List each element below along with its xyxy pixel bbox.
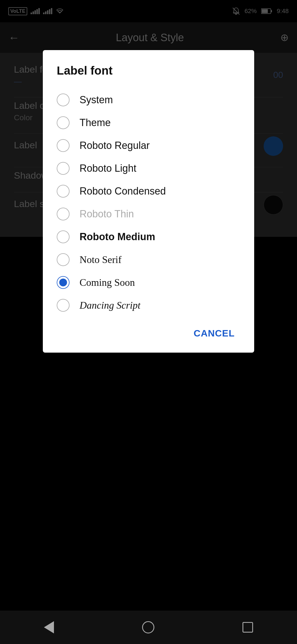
bottom-nav: [0, 611, 297, 644]
home-circle-icon: [142, 621, 154, 633]
radio-theme[interactable]: [57, 116, 70, 129]
list-item[interactable]: Roboto Medium: [57, 225, 240, 248]
font-label-noto-serif: Noto Serif: [80, 254, 122, 266]
radio-roboto-condensed[interactable]: [57, 185, 70, 198]
radio-roboto-regular[interactable]: [57, 139, 70, 152]
font-label-theme: Theme: [80, 117, 111, 129]
list-item[interactable]: Noto Serif: [57, 248, 240, 271]
radio-coming-soon[interactable]: [57, 276, 70, 289]
radio-system[interactable]: [57, 94, 70, 106]
font-label-roboto-regular: Roboto Regular: [80, 140, 150, 151]
dialog-title: Label font: [57, 64, 240, 77]
list-item[interactable]: Roboto Regular: [57, 134, 240, 157]
font-label-dancing-script: Dancing Script: [80, 299, 140, 311]
back-triangle-icon: [44, 621, 54, 633]
radio-roboto-medium[interactable]: [57, 230, 70, 243]
radio-roboto-light[interactable]: [57, 162, 70, 175]
radio-roboto-thin[interactable]: [57, 208, 70, 220]
font-options-list: System Theme Roboto Regular Roboto Light…: [57, 89, 240, 317]
font-label-system: System: [80, 94, 113, 106]
font-label-coming-soon: Coming Soon: [80, 277, 135, 288]
list-item[interactable]: System: [57, 89, 240, 111]
font-label-roboto-thin: Roboto Thin: [80, 208, 134, 220]
font-label-roboto-medium: Roboto Medium: [80, 231, 155, 243]
recent-nav-button[interactable]: [242, 622, 253, 633]
list-item[interactable]: Roboto Light: [57, 157, 240, 180]
cancel-button[interactable]: CANCEL: [188, 325, 240, 341]
font-label-roboto-light: Roboto Light: [80, 163, 136, 174]
dialog-overlay: Label font System Theme Roboto Regular R…: [0, 0, 297, 644]
list-item[interactable]: Dancing Script: [57, 294, 240, 317]
list-item[interactable]: Roboto Condensed: [57, 180, 240, 203]
list-item[interactable]: Theme: [57, 111, 240, 134]
radio-noto-serif[interactable]: [57, 253, 70, 266]
back-nav-button[interactable]: [44, 621, 54, 633]
list-item[interactable]: Roboto Thin: [57, 203, 240, 225]
dialog-actions: CANCEL: [57, 317, 240, 341]
list-item[interactable]: Coming Soon: [57, 271, 240, 294]
radio-dancing-script[interactable]: [57, 299, 70, 312]
label-font-dialog: Label font System Theme Roboto Regular R…: [43, 50, 254, 353]
font-label-roboto-condensed: Roboto Condensed: [80, 185, 166, 197]
home-nav-button[interactable]: [142, 621, 154, 633]
recent-square-icon: [242, 622, 253, 633]
